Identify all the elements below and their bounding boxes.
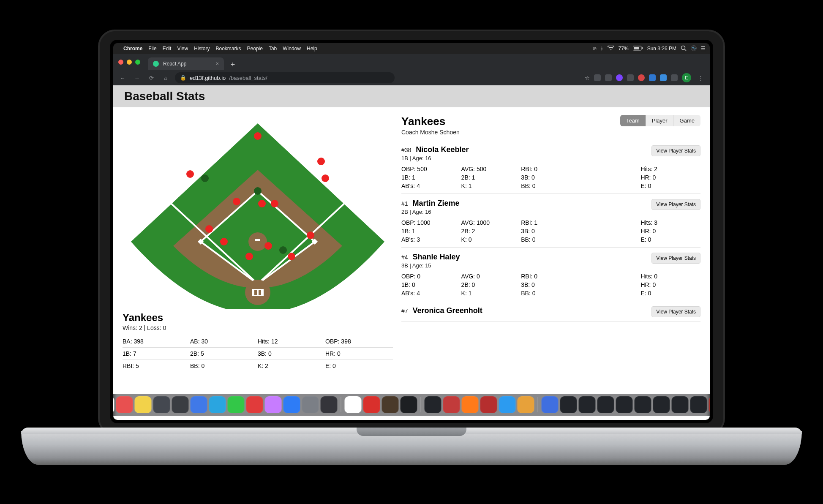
- menu-history[interactable]: History: [194, 46, 210, 52]
- dock-app-icon[interactable]: [616, 396, 633, 413]
- player-number: #4: [401, 254, 408, 261]
- menubar-app-name[interactable]: Chrome: [123, 46, 142, 52]
- dock-app-icon[interactable]: [153, 396, 170, 413]
- dock-app-icon[interactable]: [228, 396, 245, 413]
- battery-percent[interactable]: 77%: [619, 46, 629, 52]
- dock-app-icon[interactable]: [560, 396, 577, 413]
- player-stat-cell: RBI: 0: [521, 273, 581, 280]
- close-window-button[interactable]: [118, 60, 123, 65]
- dock-app-icon[interactable]: [425, 396, 441, 413]
- extension-icon[interactable]: [660, 74, 667, 81]
- svg-point-3: [681, 46, 685, 49]
- svg-point-32: [279, 246, 287, 254]
- menu-edit[interactable]: Edit: [163, 46, 172, 52]
- player-stat-cell: E: 0: [640, 183, 700, 189]
- nav-back-icon[interactable]: ←: [117, 75, 128, 81]
- team-stat-cell: AB: 30: [190, 338, 258, 345]
- dock-app-icon[interactable]: [653, 396, 670, 413]
- page-title: Baseball Stats: [124, 90, 699, 103]
- menubar-clock[interactable]: Sun 3:26 PM: [647, 46, 676, 52]
- dock-app-icon[interactable]: [382, 396, 399, 413]
- tab-title: React App: [163, 61, 186, 67]
- extension-icon[interactable]: [594, 74, 601, 81]
- bluetooth-icon[interactable]: ᚼ: [600, 46, 603, 52]
- view-player-stats-button[interactable]: View Player Stats: [651, 199, 700, 210]
- spotlight-icon[interactable]: [681, 45, 687, 52]
- player-stat-cell: 1B: 1: [401, 174, 461, 181]
- battery-icon[interactable]: [633, 46, 643, 52]
- menu-people[interactable]: People: [247, 46, 263, 52]
- nav-home-icon[interactable]: ⌂: [161, 75, 171, 81]
- extension-icon[interactable]: [605, 74, 612, 81]
- browser-tab[interactable]: React App ×: [148, 57, 224, 70]
- siri-icon[interactable]: [691, 45, 697, 52]
- dock-app-icon[interactable]: [597, 396, 614, 413]
- player-stat-cell: 2B: 1: [461, 174, 521, 181]
- player-stat-cell: AB's: 4: [401, 183, 461, 189]
- team-stat-cell: Hits: 12: [258, 338, 325, 345]
- dock-app-icon[interactable]: [209, 396, 226, 413]
- extension-icon[interactable]: [638, 74, 645, 81]
- segment-player[interactable]: Player: [646, 115, 673, 126]
- menu-window[interactable]: Window: [283, 46, 301, 52]
- svg-point-17: [254, 132, 262, 140]
- extension-icon[interactable]: [649, 74, 656, 81]
- minimize-window-button[interactable]: [127, 60, 132, 65]
- dock-app-icon[interactable]: [579, 396, 596, 413]
- dock-app-icon[interactable]: [116, 396, 133, 413]
- player-subtitle: 1B | Age: 16: [401, 155, 469, 161]
- dock-app-icon[interactable]: [265, 396, 282, 413]
- dock-app-icon[interactable]: [135, 396, 152, 413]
- team-stat-row: RBI: 5BB: 0K: 2E: 0: [123, 360, 393, 372]
- dock-app-icon[interactable]: [518, 396, 534, 413]
- dock-app-icon[interactable]: [401, 396, 417, 413]
- player-stat-cell: [581, 228, 641, 234]
- dock-app-icon[interactable]: [172, 396, 189, 413]
- profile-avatar[interactable]: E: [682, 73, 691, 82]
- extension-icon[interactable]: [627, 74, 634, 81]
- dock-app-icon[interactable]: [499, 396, 516, 413]
- menulist-icon[interactable]: ☰: [701, 46, 706, 52]
- address-bar[interactable]: 🔒 ed13f.github.io/baseball_stats/: [175, 72, 395, 83]
- segment-team[interactable]: Team: [620, 115, 646, 126]
- dock-app-icon[interactable]: [345, 396, 362, 413]
- dock-app-icon[interactable]: [321, 396, 338, 413]
- macos-menubar: Chrome File Edit View History Bookmarks …: [113, 43, 710, 54]
- player-card: #38 Nicola Keebler1B | Age: 16View Playe…: [401, 140, 700, 194]
- dock-app-icon[interactable]: [480, 396, 497, 413]
- dock-app-icon[interactable]: [283, 396, 300, 413]
- dock-app-icon[interactable]: [191, 396, 207, 413]
- nav-reload-icon[interactable]: ⟳: [146, 75, 156, 81]
- tab-close-icon[interactable]: ×: [216, 61, 219, 67]
- airplay-icon[interactable]: ⎚: [593, 46, 596, 52]
- dock-app-icon[interactable]: [542, 396, 559, 413]
- dock-app-icon[interactable]: [462, 396, 479, 413]
- menu-tab[interactable]: Tab: [269, 46, 277, 52]
- player-stat-cell: OBP: 500: [401, 166, 461, 172]
- wifi-icon[interactable]: [608, 46, 614, 52]
- dock-app-icon[interactable]: [113, 396, 114, 413]
- dock-app-icon[interactable]: [672, 396, 689, 413]
- extension-icon[interactable]: [671, 74, 678, 81]
- chrome-menu-icon[interactable]: ⋮: [695, 75, 706, 81]
- dock-app-icon[interactable]: [363, 396, 380, 413]
- fullscreen-window-button[interactable]: [135, 60, 140, 65]
- extension-icon[interactable]: [616, 74, 623, 81]
- menu-help[interactable]: Help: [307, 46, 317, 52]
- bookmark-star-icon[interactable]: ☆: [585, 75, 590, 81]
- menu-bookmarks[interactable]: Bookmarks: [216, 46, 241, 52]
- dock-app-icon[interactable]: [709, 396, 710, 413]
- dock-app-icon[interactable]: [443, 396, 460, 413]
- dock-app-icon[interactable]: [302, 396, 319, 413]
- view-player-stats-button[interactable]: View Player Stats: [651, 306, 700, 317]
- dock-app-icon[interactable]: [246, 396, 263, 413]
- menu-view[interactable]: View: [177, 46, 188, 52]
- menu-file[interactable]: File: [148, 46, 156, 52]
- view-player-stats-button[interactable]: View Player Stats: [651, 253, 700, 264]
- svg-point-8: [248, 232, 267, 251]
- dock-app-icon[interactable]: [690, 396, 707, 413]
- view-player-stats-button[interactable]: View Player Stats: [651, 145, 700, 156]
- dock-app-icon[interactable]: [635, 396, 651, 413]
- new-tab-button[interactable]: +: [227, 59, 238, 70]
- segment-game[interactable]: Game: [673, 115, 700, 126]
